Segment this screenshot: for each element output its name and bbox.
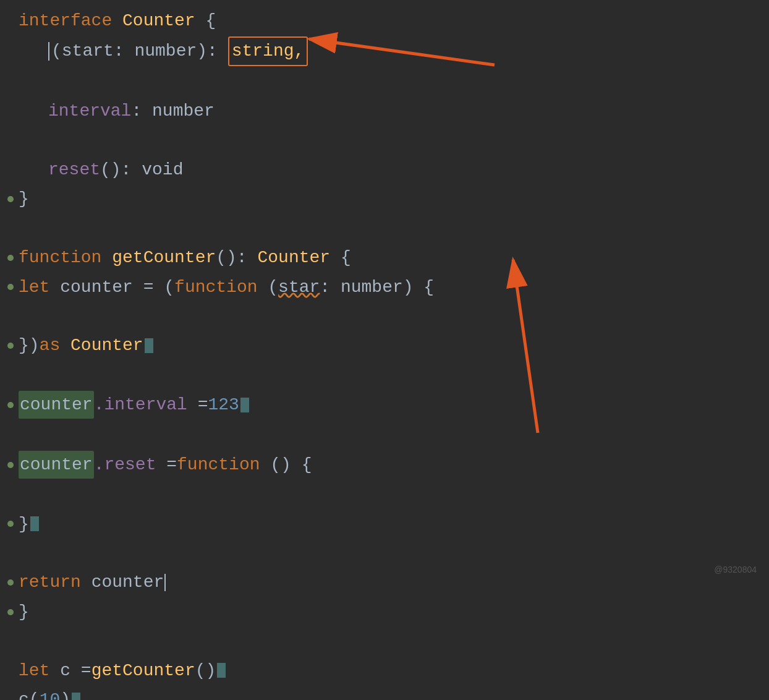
brace-open: { bbox=[195, 7, 216, 34]
num-123: 123 bbox=[208, 391, 239, 418]
kw-function3: function bbox=[177, 451, 260, 478]
code-line-18: } bbox=[19, 510, 769, 539]
gutter-dot-9 bbox=[7, 609, 14, 615]
code-line-14: counter .interval = 123 bbox=[19, 390, 769, 420]
code-line-2: ( start : number ): string, bbox=[19, 35, 769, 67]
var-c: c bbox=[60, 657, 70, 684]
var-counter: counter bbox=[60, 274, 133, 301]
code-line-23: let c = getCounter () bbox=[19, 656, 769, 685]
gutter-dot-4 bbox=[7, 343, 14, 349]
paren-close-colon: ): bbox=[197, 38, 227, 64]
type-number: number bbox=[134, 38, 197, 64]
code-line-4: interval : number bbox=[19, 96, 769, 126]
gutter-dot-5 bbox=[7, 402, 14, 408]
code-line-6: reset (): void bbox=[19, 155, 769, 184]
code-line-1: interface Counter { bbox=[19, 6, 769, 35]
code-line-empty-9 bbox=[19, 626, 769, 655]
keyword-interface: interface bbox=[19, 7, 112, 34]
code-line-21: } bbox=[19, 597, 769, 626]
counter-ref-1: counter bbox=[19, 391, 94, 419]
colon: : bbox=[114, 38, 135, 64]
type-Counter2: Counter bbox=[257, 244, 330, 271]
cursor-block-4 bbox=[217, 663, 226, 678]
code-line-empty-4 bbox=[19, 302, 769, 331]
num-10: 10 bbox=[40, 686, 61, 700]
code-line-16: counter .reset = function () { bbox=[19, 450, 769, 480]
param-start: start bbox=[62, 38, 114, 64]
brace-close-2: } bbox=[19, 511, 29, 537]
code-line-7: } bbox=[19, 184, 769, 213]
cursor-block-5 bbox=[72, 693, 80, 700]
code-line-10: let counter = ( function ( star : number… bbox=[19, 273, 769, 302]
type-void: void bbox=[142, 156, 183, 183]
brace-close-3: } bbox=[19, 599, 29, 625]
paren-open: ( bbox=[51, 38, 62, 64]
cursor-bar bbox=[48, 42, 49, 61]
colon2: : bbox=[131, 98, 152, 124]
var-c2: c bbox=[19, 686, 29, 700]
gutter-dot-2 bbox=[7, 255, 14, 261]
param-star: star bbox=[278, 274, 320, 301]
prop-interval2: .interval bbox=[94, 391, 187, 418]
parens-colon2: (): bbox=[216, 244, 257, 271]
code-line-empty-5 bbox=[19, 361, 769, 390]
code-editor: interface Counter { ( start : number ): … bbox=[0, 0, 769, 700]
cursor-block-2 bbox=[240, 398, 249, 412]
code-line-empty-7 bbox=[19, 480, 769, 509]
kw-function: function bbox=[19, 244, 101, 271]
func-getCounter: getCounter bbox=[112, 244, 216, 271]
cursor-block-3 bbox=[30, 516, 39, 531]
code-line-empty-2 bbox=[19, 126, 769, 155]
kw-return: return bbox=[19, 569, 81, 595]
prop-interval: interval bbox=[48, 98, 131, 124]
type-Counter: Counter bbox=[122, 7, 195, 34]
counter-ref-3: counter bbox=[91, 569, 164, 595]
type-number3: number bbox=[341, 274, 403, 301]
counter-ref-2: counter bbox=[19, 451, 94, 479]
code-line-24: c ( 10 ) bbox=[19, 685, 769, 700]
func-call-getCounter: getCounter bbox=[91, 657, 195, 684]
code-line-empty-3 bbox=[19, 214, 769, 243]
gutter-dot-8 bbox=[7, 579, 14, 586]
prop-reset: reset bbox=[48, 156, 100, 183]
code-line-12: }) as Counter bbox=[19, 331, 769, 360]
watermark: @9320804 bbox=[714, 563, 757, 577]
code-line-empty-8 bbox=[19, 539, 769, 568]
kw-let: let bbox=[19, 274, 49, 301]
gutter-dot-7 bbox=[7, 521, 14, 527]
gutter-dot-6 bbox=[7, 462, 14, 468]
type-number2: number bbox=[152, 98, 215, 124]
kw-as: as bbox=[40, 332, 61, 359]
return-type-string: string, bbox=[228, 36, 308, 66]
prop-reset2: .reset bbox=[94, 451, 156, 478]
kw-function2: function bbox=[174, 274, 257, 301]
gutter-dot-3 bbox=[7, 284, 14, 290]
kw-let2: let bbox=[19, 657, 49, 684]
cursor-line bbox=[164, 574, 166, 591]
code-line-empty-1 bbox=[19, 67, 769, 96]
gutter-dot-1 bbox=[7, 196, 14, 202]
brace-close-1: } bbox=[19, 186, 29, 212]
code-line-20: return counter bbox=[19, 568, 769, 597]
code-line-empty-6 bbox=[19, 420, 769, 449]
cursor-block-1 bbox=[145, 338, 153, 353]
code-line-9: function getCounter (): Counter { bbox=[19, 243, 769, 272]
type-Counter3: Counter bbox=[70, 332, 143, 359]
parens-colon: (): bbox=[100, 156, 142, 183]
